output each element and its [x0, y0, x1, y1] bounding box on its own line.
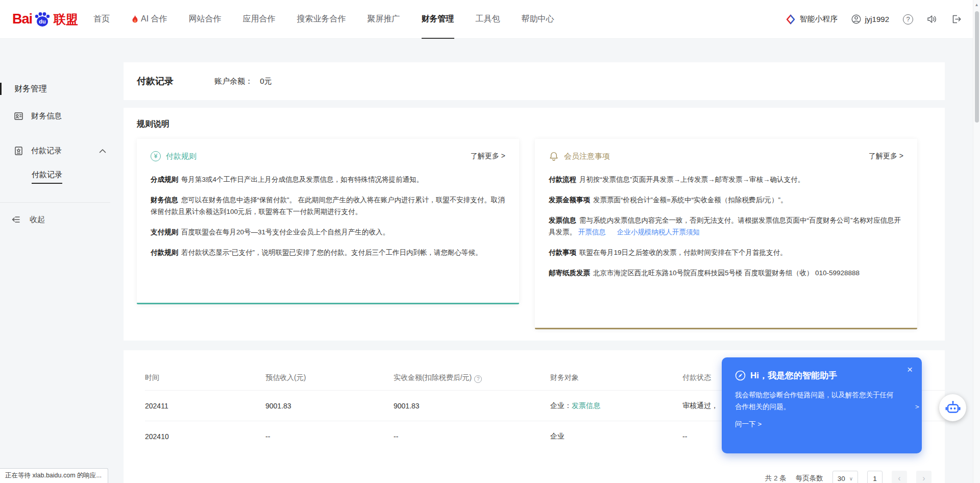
- page-number-button[interactable]: 1: [867, 471, 883, 483]
- member-notes-title: 会员注意事项: [564, 152, 610, 161]
- smart-mini-program-link[interactable]: 智能小程序: [786, 14, 838, 25]
- user-account[interactable]: jyj1992: [851, 14, 889, 24]
- sidebar-subitem-payment-records[interactable]: 付款记录: [0, 164, 124, 189]
- main-menu: 首页 AI 合作 网站合作 应用合作 搜索业务合作 聚屏推广 财务管理 工具包 …: [93, 0, 554, 39]
- rule-item: 付款事项联盟在每月19日之后签收的发票，付款时间安排在下个月首批支付。: [549, 247, 903, 258]
- assistant-title: Hi，我是您的智能助手: [750, 370, 837, 381]
- nav-home[interactable]: 首页: [93, 0, 110, 39]
- per-page-value: 30: [838, 475, 845, 482]
- member-notes-more-link[interactable]: 了解更多 >: [869, 152, 903, 161]
- payment-records-icon: [14, 146, 23, 156]
- mini-program-icon: [786, 14, 796, 25]
- collapse-label: 收起: [30, 215, 45, 225]
- sidebar-item-label: 付款记录: [31, 146, 62, 156]
- nav-help-center[interactable]: 帮助中心: [522, 0, 554, 39]
- col-header-time: 时间: [145, 373, 265, 382]
- sidebar-title: 财务管理: [0, 83, 124, 95]
- nav-finance-management[interactable]: 财务管理: [422, 0, 454, 39]
- pagination: 共 2 条 每页条数 30 ∨ 1 ‹ ›: [765, 471, 932, 483]
- rule-item: 支付规则百度联盟会在每月20号—31号支付企业会员上个自然月产生的收入。: [151, 226, 505, 238]
- logo-text-union: 联盟: [54, 11, 78, 28]
- top-navigation: Bai du 联盟 首页 AI 合作 网站合作 应用合作 搜索业务合作 聚屏推广…: [0, 0, 980, 39]
- nav-search-cooperation[interactable]: 搜索业务合作: [297, 0, 346, 39]
- nav-website-cooperation[interactable]: 网站合作: [189, 0, 222, 39]
- scrollbar-thumb[interactable]: [975, 11, 979, 123]
- col-header-estimated-income: 预估收入(元): [265, 373, 394, 382]
- baidu-union-logo[interactable]: Bai du 联盟: [12, 11, 78, 28]
- chevron-right-icon[interactable]: ＞: [914, 402, 921, 412]
- cell-time: 202410: [145, 432, 265, 441]
- chevron-down-icon: ∨: [849, 476, 853, 481]
- rule-item: 付款流程月初按“发票信息”页面开具发票→上传发票→邮寄发票→审核→确认支付。: [549, 174, 903, 185]
- compass-icon: [735, 370, 746, 381]
- member-notes-body: 付款流程月初按“发票信息”页面开具发票→上传发票→邮寄发票→审核→确认支付。 发…: [549, 174, 903, 279]
- rule-item: 付款规则若付款状态显示“已支付”，说明联盟已安排了您的付款。支付后三个工作日内到…: [151, 247, 505, 258]
- invoice-info-table-link[interactable]: 发票信息: [572, 401, 600, 409]
- paw-icon: du: [34, 11, 51, 28]
- per-page-select[interactable]: 30 ∨: [832, 471, 858, 483]
- topnav-right-controls: 智能小程序 jyj1992 ?: [786, 14, 980, 25]
- sidebar-item-label: 财务信息: [31, 111, 62, 121]
- logout-icon[interactable]: [951, 14, 962, 24]
- small-taxpayer-notice-link[interactable]: 企业小规模纳税人开票须知: [617, 228, 700, 236]
- sidebar-collapse-button[interactable]: 收起: [0, 206, 124, 233]
- rule-item: 发票金额事项发票票面“价税合计”金额=系统中“实收金额（扣除税费后/元）”。: [549, 194, 903, 206]
- prev-page-button[interactable]: ‹: [892, 471, 907, 483]
- flame-icon: [131, 15, 139, 24]
- column-help-icon[interactable]: ?: [474, 375, 482, 383]
- scrollbar[interactable]: ▲: [973, 0, 980, 483]
- col-header-received-amount: 实收金额(扣除税费后/元)?: [394, 373, 550, 383]
- payment-rules-body: 分成规则每月第3或4个工作日产出上月分成信息及发票信息，如有特殊情况将提前通知。…: [151, 174, 505, 258]
- nav-ai-cooperation[interactable]: AI 合作: [131, 0, 167, 39]
- ask-now-link[interactable]: 问一下 >: [735, 420, 909, 429]
- assistant-floating-button[interactable]: [939, 394, 966, 421]
- coin-yen-icon: ¥: [151, 151, 161, 161]
- collapse-icon: [11, 215, 20, 224]
- next-page-button[interactable]: ›: [916, 471, 932, 483]
- announcement-speaker-icon[interactable]: [927, 14, 938, 24]
- cell-estimated: --: [265, 432, 394, 441]
- robot-icon: [945, 400, 961, 415]
- cell-finance-object: 企业：发票信息: [550, 401, 682, 410]
- cell-received: --: [394, 432, 550, 441]
- rules-section-title: 规则说明: [137, 119, 932, 130]
- account-balance: 账户余额： 0元: [214, 77, 272, 86]
- payment-rules-more-link[interactable]: 了解更多 >: [471, 152, 505, 161]
- page-title: 付款记录: [137, 75, 174, 87]
- scroll-up-arrow-icon[interactable]: ▲: [973, 0, 980, 7]
- nav-screen-promotion[interactable]: 聚屏推广: [368, 0, 400, 39]
- cell-estimated: 9001.83: [265, 402, 394, 410]
- chevron-up-icon[interactable]: [99, 149, 106, 153]
- per-page-label: 每页条数: [796, 474, 823, 483]
- page-header-card: 付款记录 账户余额： 0元: [124, 62, 945, 100]
- close-icon[interactable]: ×: [907, 365, 913, 374]
- col-header-finance-object: 财务对象: [550, 373, 682, 382]
- rule-item: 财务信息您可以在财务信息中选择“保留付款”。 在此期间您产生的收入将在账户内进行…: [151, 194, 505, 218]
- sidebar-subitem-label: 付款记录: [32, 170, 62, 184]
- sidebar: 财务管理 财务信息 付款记录 付款记录: [0, 39, 124, 483]
- sidebar-item-payment-records[interactable]: 付款记录: [0, 137, 124, 164]
- browser-status-bar: 正在等待 xlab.baidu.com 的响应...: [0, 468, 108, 483]
- rule-item: 邮寄纸质发票北京市海淀区西北旺东路10号院百度科技园5号楼 百度联盟财务组（收）…: [549, 267, 903, 279]
- balance-value: 0元: [260, 77, 272, 85]
- rules-section-card: 规则说明 ¥ 付款规则 了解更多 > 分成规则每月第3或4个工作日产出上月分成信…: [124, 108, 945, 341]
- rule-item: 分成规则每月第3或4个工作日产出上月分成信息及发票信息，如有特殊情况将提前通知。: [151, 174, 505, 185]
- balance-label: 账户余额：: [214, 77, 253, 85]
- total-count: 共 2 条: [765, 474, 787, 483]
- sidebar-divider: [0, 202, 110, 203]
- nav-app-cooperation[interactable]: 应用合作: [243, 0, 276, 39]
- finance-info-icon: [14, 111, 23, 121]
- help-icon[interactable]: ?: [903, 14, 913, 25]
- assistant-message: 我会帮助您诊断合作链路问题，以及解答您关于任何合作相关的问题。: [735, 389, 894, 413]
- payment-rules-card: ¥ 付款规则 了解更多 > 分成规则每月第3或4个工作日产出上月分成信息及发票信…: [137, 139, 519, 304]
- smart-assistant-popup: Hi，我是您的智能助手 × 我会帮助您诊断合作链路问题，以及解答您关于任何合作相…: [722, 357, 922, 453]
- rule-item: 发票信息需与系统内发票信息内容完全一致，否则无法支付。请根据发票信息页面中“百度…: [549, 214, 903, 238]
- member-notes-card: 会员注意事项 了解更多 > 付款流程月初按“发票信息”页面开具发票→上传发票→邮…: [535, 139, 917, 329]
- user-icon: [851, 14, 861, 24]
- cell-received: 9001.83: [394, 402, 550, 410]
- payment-rules-title: 付款规则: [166, 152, 197, 161]
- sidebar-item-finance-info[interactable]: 财务信息: [0, 102, 124, 130]
- invoice-info-link[interactable]: 开票信息: [578, 228, 606, 236]
- nav-toolkit[interactable]: 工具包: [476, 0, 500, 39]
- svg-text:du: du: [39, 18, 45, 25]
